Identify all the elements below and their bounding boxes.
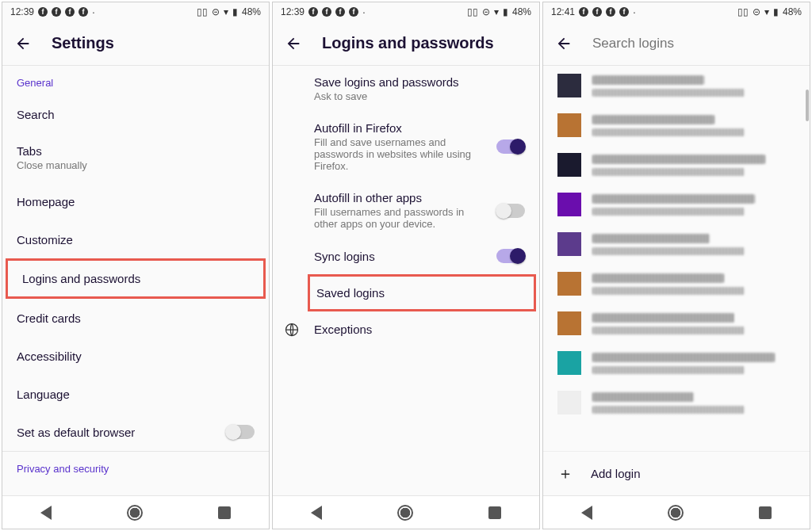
settings-item-customize[interactable]: Customize (2, 220, 269, 258)
site-favicon (557, 391, 581, 414)
phone-settings: 12:39 f f f f · ▯▯ ⊝ ▾ ▮ 48% Settings Ge… (2, 2, 270, 529)
facebook-icon: f (79, 7, 88, 17)
settings-item-language[interactable]: Language (2, 375, 269, 413)
time: 12:41 (551, 6, 575, 17)
login-text (592, 115, 795, 136)
status-bar: 12:39 f f f f · ▯▯ ⊝ ▾ ▮ 48% (2, 2, 269, 21)
facebook-icon: f (606, 7, 615, 17)
scrollbar[interactable] (806, 90, 809, 121)
plus-icon: ＋ (557, 463, 573, 484)
battery-icon: ▮ (232, 6, 238, 17)
site-favicon (557, 272, 581, 296)
nav-bar (2, 495, 269, 529)
phone-logins-settings: 12:39 f f f f · ▯▯ ⊝ ▾ ▮ 48% Logins and … (272, 2, 540, 529)
default-browser-toggle[interactable] (226, 425, 255, 439)
site-favicon (557, 351, 581, 375)
battery-pct: 48% (242, 6, 261, 17)
facebook-icon: f (308, 7, 318, 17)
settings-item-search[interactable]: Search (2, 95, 269, 133)
login-item[interactable] (543, 304, 810, 343)
settings-item-homepage[interactable]: Homepage (2, 182, 269, 220)
settings-list: General Search TabsClose manually Homepa… (2, 66, 269, 495)
settings-item-credit[interactable]: Credit cards (2, 299, 269, 337)
facebook-icon: f (38, 7, 48, 17)
row-exceptions[interactable]: Exceptions (273, 313, 539, 346)
page-title: Settings (52, 34, 114, 52)
row-saved-logins[interactable]: Saved logins (308, 274, 536, 311)
row-sync-logins[interactable]: Sync logins (273, 239, 539, 273)
settings-item-default[interactable]: Set as default browser (2, 413, 269, 451)
facebook-icon: f (592, 7, 602, 17)
login-item[interactable] (543, 66, 810, 105)
more-icon: · (92, 6, 95, 18)
wifi-icon: ▾ (764, 6, 769, 17)
nav-home-button[interactable] (397, 505, 413, 521)
section-privacy: Privacy and security (2, 452, 269, 481)
site-favicon (557, 232, 581, 256)
sync-logins-toggle[interactable] (496, 249, 525, 263)
login-item[interactable] (543, 105, 810, 145)
site-favicon (557, 311, 581, 335)
section-general: General (2, 66, 269, 95)
logins-list[interactable] (543, 66, 810, 451)
nav-home-button[interactable] (668, 505, 684, 521)
site-favicon (557, 113, 581, 137)
app-bar (543, 21, 810, 66)
facebook-icon: f (579, 7, 588, 17)
nav-recents-button[interactable] (488, 506, 501, 519)
row-autofill-other[interactable]: Autofill in other apps Fill usernames an… (273, 181, 539, 239)
vibrate-icon: ▯▯ (467, 6, 478, 17)
back-button[interactable] (284, 34, 303, 53)
battery-pct: 48% (512, 6, 531, 17)
nav-recents-button[interactable] (218, 506, 231, 519)
row-save-logins[interactable]: Save logins and passwords Ask to save (273, 66, 539, 112)
settings-item-accessibility[interactable]: Accessibility (2, 337, 269, 375)
status-bar: 12:41 f f f f · ▯▯ ⊝ ▾ ▮ 48% (543, 2, 810, 21)
nav-back-button[interactable] (311, 506, 322, 520)
wifi-icon: ▾ (494, 6, 499, 17)
app-bar: Logins and passwords (273, 21, 539, 66)
login-item[interactable] (543, 185, 810, 224)
autofill-firefox-toggle[interactable] (496, 139, 525, 154)
nav-back-button[interactable] (40, 506, 52, 520)
login-text (592, 75, 795, 97)
login-text (592, 392, 795, 414)
logins-settings-list: Save logins and passwords Ask to save Au… (273, 66, 539, 495)
settings-item-tabs[interactable]: TabsClose manually (2, 133, 269, 182)
battery-pct: 48% (783, 6, 802, 17)
facebook-icon: f (52, 7, 61, 17)
site-favicon (557, 74, 581, 97)
dnd-icon: ⊝ (212, 6, 220, 17)
login-item[interactable] (543, 145, 810, 185)
facebook-icon: f (65, 7, 75, 17)
nav-home-button[interactable] (127, 505, 143, 521)
page-title: Logins and passwords (322, 34, 494, 52)
back-button[interactable] (554, 34, 573, 53)
more-icon: · (633, 6, 636, 18)
row-autofill-firefox[interactable]: Autofill in Firefox Fill and save userna… (273, 112, 539, 181)
wifi-icon: ▾ (224, 6, 228, 17)
app-bar: Settings (2, 21, 269, 66)
login-text (592, 155, 795, 176)
site-favicon (557, 193, 581, 216)
login-item[interactable] (543, 224, 810, 264)
dnd-icon: ⊝ (753, 6, 760, 17)
add-login-button[interactable]: ＋ Add login (543, 451, 810, 495)
search-logins-input[interactable] (592, 36, 799, 52)
login-text (592, 313, 795, 334)
phone-saved-logins: 12:41 f f f f · ▯▯ ⊝ ▾ ▮ 48% ＋ Add login (542, 2, 810, 529)
login-item[interactable] (543, 383, 810, 422)
login-item[interactable] (543, 343, 810, 383)
nav-recents-button[interactable] (759, 506, 772, 519)
autofill-other-toggle[interactable] (496, 204, 525, 218)
battery-icon: ▮ (503, 6, 508, 17)
login-text (592, 353, 795, 374)
vibrate-icon: ▯▯ (737, 6, 749, 17)
time: 12:39 (281, 6, 304, 17)
vibrate-icon: ▯▯ (197, 6, 208, 17)
nav-back-button[interactable] (581, 506, 592, 520)
login-item[interactable] (543, 264, 810, 304)
back-button[interactable] (13, 34, 33, 53)
more-icon: · (362, 6, 366, 18)
settings-item-logins[interactable]: Logins and passwords (6, 258, 266, 299)
